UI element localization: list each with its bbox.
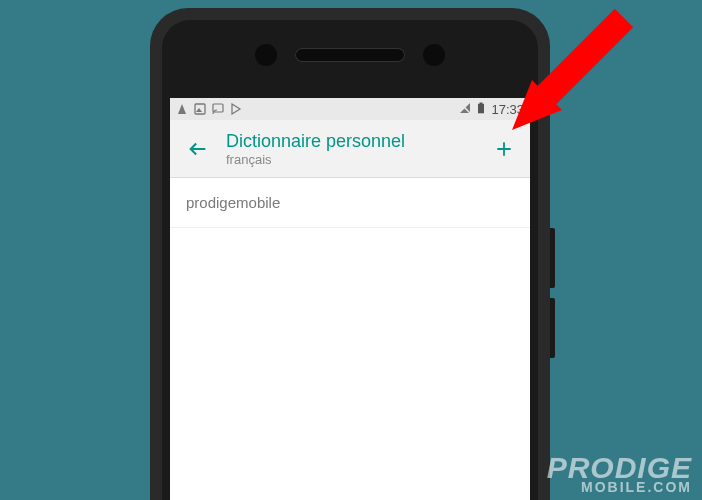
phone-screen: 17:33 Dictionnaire personnel français [170, 98, 530, 500]
watermark-line1: PRODIGE [547, 454, 692, 481]
status-bar: 17:33 [170, 98, 530, 120]
status-icons-left [176, 103, 242, 115]
svg-rect-1 [195, 104, 205, 114]
vlc-icon [176, 103, 188, 115]
play-store-icon [230, 103, 242, 115]
app-bar-titles: Dictionnaire personnel français [226, 131, 405, 167]
list-item-label: prodigemobile [186, 194, 280, 211]
phone-side-button-1 [550, 228, 555, 288]
back-button[interactable] [184, 135, 212, 163]
svg-rect-8 [480, 102, 483, 104]
phone-side-button-2 [550, 298, 555, 358]
plus-icon [494, 139, 514, 159]
add-word-button[interactable] [488, 133, 520, 165]
phone-speaker [255, 44, 445, 66]
svg-marker-2 [196, 108, 202, 112]
svg-marker-4 [232, 104, 240, 114]
svg-line-12 [539, 18, 624, 103]
status-icons-right: 17:33 [459, 102, 524, 117]
watermark-line2: MOBILE.COM [547, 481, 692, 494]
signal-icon [459, 102, 471, 117]
battery-icon [475, 102, 487, 117]
phone-frame: 17:33 Dictionnaire personnel français [150, 8, 550, 500]
svg-rect-7 [478, 103, 484, 113]
phone-bezel: 17:33 Dictionnaire personnel français [162, 20, 538, 500]
app-bar: Dictionnaire personnel français [170, 120, 530, 178]
status-time: 17:33 [491, 102, 524, 117]
svg-marker-0 [178, 104, 186, 114]
image-icon [194, 103, 206, 115]
arrow-left-icon [187, 138, 209, 160]
watermark: PRODIGE MOBILE.COM [547, 454, 692, 494]
list-item[interactable]: prodigemobile [170, 178, 530, 228]
page-title: Dictionnaire personnel [226, 131, 405, 152]
word-list: prodigemobile [170, 178, 530, 228]
page-subtitle: français [226, 152, 405, 167]
cast-icon [212, 103, 224, 115]
